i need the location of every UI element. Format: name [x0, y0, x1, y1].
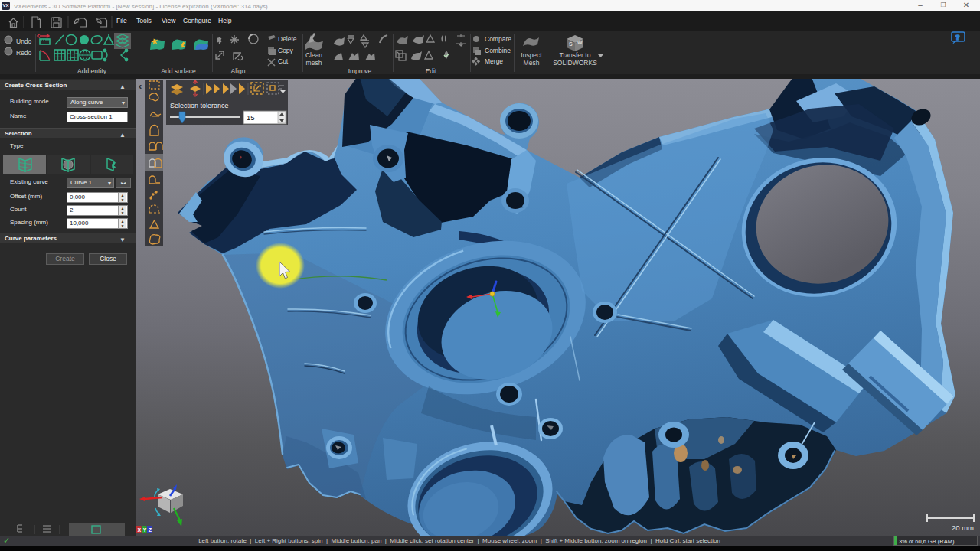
- svg-text:Selection tolerance: Selection tolerance: [170, 102, 229, 109]
- svg-text:S: S: [569, 41, 573, 47]
- svg-text:15: 15: [247, 113, 255, 122]
- svg-text:‹: ‹: [139, 80, 142, 92]
- svg-text:Z: Z: [149, 527, 152, 533]
- svg-text:X: X: [138, 527, 142, 533]
- svg-text:?: ?: [956, 34, 960, 41]
- svg-text:W: W: [577, 40, 583, 45]
- svg-text:Y: Y: [143, 527, 147, 533]
- svg-text:20 mm: 20 mm: [952, 523, 974, 532]
